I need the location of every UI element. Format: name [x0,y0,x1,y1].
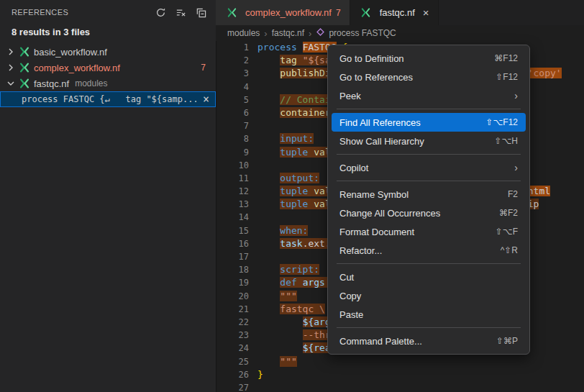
line-number: 25 [216,355,249,368]
refresh-icon[interactable] [153,5,168,20]
menu-separator [337,109,521,109]
dismiss-result-icon[interactable]: × [196,94,216,105]
panel-header: REFERENCES [0,0,216,24]
code-text: script: [257,263,319,276]
tab-label: complex_workflow.nf [245,7,332,18]
clear-results-icon[interactable] [173,5,188,20]
tab-close-icon[interactable]: × [419,7,429,18]
menu-item-shortcut: ⌘F2 [499,208,518,218]
tab-label: fastqc.nf [380,7,415,18]
tab-complex-workflow-nf[interactable]: complex_workflow.nf7 [216,0,350,25]
line-number: 11 [216,172,249,185]
menu-item-go-to-definition[interactable]: Go to Definition⌘F12 [332,49,526,68]
code-line: 25 """ [216,355,584,368]
menu-item-label: Paste [339,309,518,320]
breadcrumb-label: fastqc.nf [272,28,304,38]
file-name: basic_workflow.nf [34,47,107,58]
tab-fastqc-nf[interactable]: fastqc.nf× [350,0,439,25]
menu-item-shortcut: ⇧⌥H [494,136,518,146]
code-text: } [257,368,263,381]
menu-item-copilot[interactable]: Copilot› [332,158,526,177]
tab-problem-badge: 7 [336,8,341,18]
file-name: fastqc.nf [34,78,69,89]
nextflow-file-icon [17,78,32,89]
submenu-chevron-icon: › [514,162,518,173]
menu-item-label: Refactor... [339,245,501,256]
breadcrumb-item-process-fastqc[interactable]: process FASTQC [316,27,396,39]
code-line: 26} [216,368,584,381]
menu-item-shortcut: ⇧⌥F12 [485,117,518,127]
code-line: 27 [216,381,584,392]
chevron-right-icon[interactable] [4,61,17,74]
menu-item-change-all-occurrences[interactable]: Change All Occurrences⌘F2 [332,204,526,222]
line-number: 2 [216,54,249,67]
line-number: 13 [216,198,249,211]
line-number: 14 [216,211,249,224]
line-number: 20 [216,290,249,303]
menu-item-go-to-references[interactable]: Go to References⇧F12 [332,68,526,86]
menu-item-find-all-references[interactable]: Find All References⇧⌥F12 [332,113,526,132]
file-name: complex_workflow.nf [34,63,120,73]
chevron-right-icon[interactable] [4,45,17,58]
line-number: 24 [216,342,249,355]
nextflow-file-icon [17,62,32,73]
menu-item-label: Copy [339,291,518,301]
menu-item-shortcut: ⇧⌘P [496,336,518,346]
menu-item-rename-symbol[interactable]: Rename SymbolF2 [332,185,526,204]
menu-item-label: Rename Symbol [339,189,508,200]
chevron-down-icon[interactable] [4,77,17,90]
line-number: 16 [216,237,249,250]
menu-separator [337,181,521,181]
breadcrumb-label: process FASTQC [329,28,396,38]
menu-item-label: Peek [339,91,514,101]
results-tree: basic_workflow.nfcomplex_workflow.nf7fas… [0,44,216,107]
line-number: 1 [216,41,249,54]
panel-actions [153,5,209,20]
menu-item-shortcut: ⌘F12 [494,53,518,63]
menu-item-refactor[interactable]: Refactor...^⇧R [332,241,526,260]
menu-item-label: Copilot [339,163,514,173]
panel-title: REFERENCES [12,8,153,17]
line-number: 9 [216,146,249,159]
menu-separator [337,327,521,328]
menu-item-show-call-hierarchy[interactable]: Show Call Hierarchy⇧⌥H [332,132,526,150]
search-result-item[interactable]: process FASTQC {↵ tag "${samp...× [0,91,216,107]
menu-item-copy[interactable]: Copy [332,286,526,305]
line-number: 18 [216,263,249,276]
result-preview: process FASTQC {↵ tag "${samp... [22,94,196,104]
menu-item-label: Go to References [339,72,496,83]
breadcrumb-separator-icon: › [264,28,267,39]
menu-item-format-document[interactable]: Format Document⇧⌥F [332,222,526,241]
line-number: 5 [216,94,249,106]
references-sidebar: REFERENCES 8 results in 3 files basic_wo… [0,0,216,392]
menu-separator [337,154,521,155]
line-number: 12 [216,185,249,198]
submenu-chevron-icon: › [514,90,518,101]
breadcrumb-item-modules[interactable]: modules [227,28,260,38]
line-number: 22 [216,316,249,329]
line-number: 4 [216,81,249,94]
nextflow-file-icon [359,7,373,18]
line-number: 8 [216,132,249,145]
menu-item-command-palette[interactable]: Command Palette...⇧⌘P [332,332,526,350]
menu-item-shortcut: ^⇧R [501,245,518,255]
line-number: 26 [216,368,249,381]
breadcrumb-item-fastqc-nf[interactable]: fastqc.nf [272,28,304,38]
menu-item-cut[interactable]: Cut [332,268,526,286]
line-number: 17 [216,250,249,263]
menu-item-paste[interactable]: Paste [332,305,526,324]
collapse-all-icon[interactable] [193,5,209,20]
tab-bar: complex_workflow.nf7fastqc.nf× [216,0,584,25]
code-text: fastqc \ [257,303,325,316]
line-number: 10 [216,159,249,172]
file-folder-path: modules [75,78,107,88]
tree-file-fastqc-nf[interactable]: fastqc.nfmodules [0,76,216,91]
tree-file-basic-workflow-nf[interactable]: basic_workflow.nf [0,44,216,60]
line-number: 19 [216,276,249,289]
menu-item-peek[interactable]: Peek› [332,86,526,105]
tree-file-complex-workflow-nf[interactable]: complex_workflow.nf7 [0,60,216,76]
code-text: input: [257,132,314,145]
breadcrumb: modules›fastqc.nf›process FASTQC [216,25,584,41]
code-text: """ [257,355,297,368]
line-number: 7 [216,119,249,132]
